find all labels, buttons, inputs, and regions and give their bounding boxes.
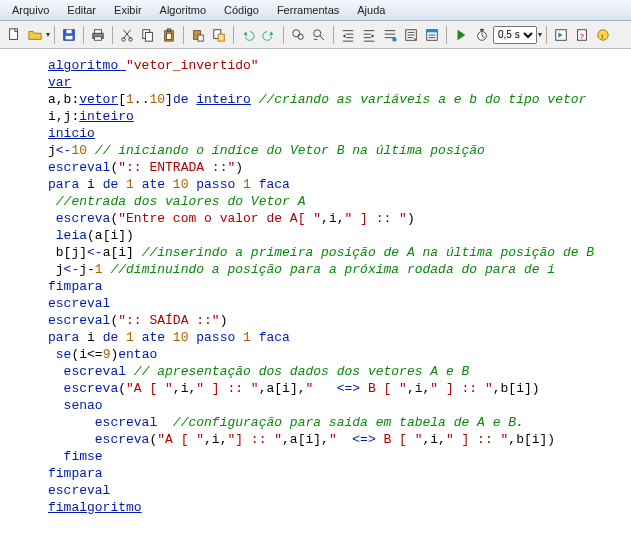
toolbar-separator — [83, 26, 84, 44]
code-line[interactable]: escreva("A [ ",i," ] :: ",a[i]," <=> B [… — [48, 380, 623, 397]
open-file-button[interactable] — [25, 25, 45, 45]
menu-ajuda[interactable]: Ajuda — [349, 2, 393, 18]
code-token: a[i] — [103, 245, 142, 260]
new-file-button[interactable] — [4, 25, 24, 45]
svg-point-30 — [598, 29, 609, 40]
toolbar-separator — [112, 26, 113, 44]
indent-button[interactable] — [338, 25, 358, 45]
svg-rect-3 — [66, 35, 73, 39]
code-token: j — [48, 262, 64, 277]
code-line[interactable]: leia(a[i]) — [48, 227, 623, 244]
code-line[interactable]: para i de 1 ate 10 passo 1 faca — [48, 176, 623, 193]
timer-button[interactable] — [472, 25, 492, 45]
code-token: ,b[i]) — [508, 432, 555, 447]
svg-rect-15 — [198, 35, 203, 41]
properties-button[interactable] — [422, 25, 442, 45]
outdent-button[interactable] — [359, 25, 379, 45]
code-token: 1 — [126, 92, 134, 107]
code-token: entao — [118, 347, 157, 362]
code-token: fimpara — [48, 466, 103, 481]
undo-button[interactable] — [238, 25, 258, 45]
code-line[interactable]: inicio — [48, 125, 623, 142]
code-line[interactable]: fimse — [48, 448, 623, 465]
copy-button[interactable] — [138, 25, 158, 45]
svg-rect-2 — [66, 29, 71, 33]
code-token: //configuração para saida em tabela de A… — [173, 415, 524, 430]
help-doc-button[interactable]: ? — [572, 25, 592, 45]
replace-button[interactable] — [309, 25, 329, 45]
dropdown-arrow-icon[interactable]: ▾ — [46, 30, 50, 39]
goto-button[interactable] — [401, 25, 421, 45]
code-token — [126, 364, 134, 379]
dropdown-arrow-icon-2[interactable]: ▾ — [538, 30, 542, 39]
code-line[interactable]: senao — [48, 397, 623, 414]
code-line[interactable]: fimpara — [48, 278, 623, 295]
code-token: ate — [134, 177, 173, 192]
code-token: //criando as variáveis a e b do tipo vet… — [259, 92, 587, 107]
code-token: de — [103, 177, 126, 192]
menu-exibir[interactable]: Exibir — [106, 2, 150, 18]
code-line[interactable]: escreval(":: ENTRADA ::") — [48, 159, 623, 176]
code-token: 1 — [126, 330, 134, 345]
code-line[interactable]: se(i<=9)entao — [48, 346, 623, 363]
bookmark-button[interactable] — [380, 25, 400, 45]
code-token: inteiro — [196, 92, 251, 107]
code-token: 10 — [71, 143, 87, 158]
svg-rect-5 — [95, 29, 102, 33]
code-line[interactable]: algoritmo "vetor_invertido" — [48, 57, 623, 74]
code-line[interactable]: j<-10 // iniciando o índice do Vetor B n… — [48, 142, 623, 159]
code-token: //entrada dos valores do Vetor A — [56, 194, 306, 209]
menu-algoritmo[interactable]: Algoritmo — [152, 2, 214, 18]
code-line[interactable]: b[j]<-a[i] //inserindo a primeira posiçã… — [48, 244, 623, 261]
code-token: ,a[i], — [259, 381, 306, 396]
code-line[interactable]: escreva("A [ ",i,"] :: ",a[i]," <=> B [ … — [48, 431, 623, 448]
code-token: algoritmo — [48, 58, 126, 73]
save-button[interactable] — [59, 25, 79, 45]
code-token: i — [87, 330, 103, 345]
code-line[interactable]: fimalgoritmo — [48, 499, 623, 516]
code-line[interactable]: fimpara — [48, 465, 623, 482]
menu-ferramentas[interactable]: Ferramentas — [269, 2, 347, 18]
code-token: 10 — [173, 330, 189, 345]
code-token: ate — [134, 330, 173, 345]
menu-editar[interactable]: Editar — [59, 2, 104, 18]
about-icon: i — [596, 28, 610, 42]
code-token: 1 — [95, 262, 103, 277]
find-button[interactable] — [288, 25, 308, 45]
code-line[interactable]: escreval //configuração para saida em ta… — [48, 414, 623, 431]
menu-codigo[interactable]: Código — [216, 2, 267, 18]
svg-rect-10 — [145, 32, 152, 41]
paste-special-button[interactable] — [188, 25, 208, 45]
copy-format-icon — [212, 28, 226, 42]
copy-format-button[interactable] — [209, 25, 229, 45]
menu-arquivo[interactable]: Arquivo — [4, 2, 57, 18]
code-line[interactable]: //entrada dos valores do Vetor A — [48, 193, 623, 210]
code-line[interactable]: escreval — [48, 482, 623, 499]
speed-select[interactable]: 0,5 s — [493, 26, 537, 44]
paste-button[interactable] — [159, 25, 179, 45]
code-token — [48, 432, 95, 447]
code-line[interactable]: escreva("Entre com o valor de A[ ",i," ]… — [48, 210, 623, 227]
code-line[interactable]: var — [48, 74, 623, 91]
step-button[interactable] — [551, 25, 571, 45]
code-line[interactable]: j<-j-1 //diminuindo a posição para a pró… — [48, 261, 623, 278]
code-token: escreval — [64, 364, 126, 379]
cut-button[interactable] — [117, 25, 137, 45]
run-button[interactable] — [451, 25, 471, 45]
code-line[interactable]: escreval // apresentação dos dados dos v… — [48, 363, 623, 380]
menu-bar: Arquivo Editar Exibir Algoritmo Código F… — [0, 0, 631, 21]
print-button[interactable] — [88, 25, 108, 45]
code-token: vetor — [79, 92, 118, 107]
code-editor[interactable]: algoritmo "vetor_invertido"vara,b:vetor[… — [0, 49, 631, 549]
code-token — [48, 228, 56, 243]
about-button[interactable]: i — [593, 25, 613, 45]
code-token: passo — [188, 330, 243, 345]
redo-button[interactable] — [259, 25, 279, 45]
bookmark-icon — [383, 28, 397, 42]
code-line[interactable]: escreval — [48, 295, 623, 312]
code-line[interactable]: escreval(":: SAÍDA ::") — [48, 312, 623, 329]
save-icon — [62, 28, 76, 42]
code-line[interactable]: para i de 1 ate 10 passo 1 faca — [48, 329, 623, 346]
code-line[interactable]: i,j:inteiro — [48, 108, 623, 125]
code-line[interactable]: a,b:vetor[1..10]de inteiro //criando as … — [48, 91, 623, 108]
